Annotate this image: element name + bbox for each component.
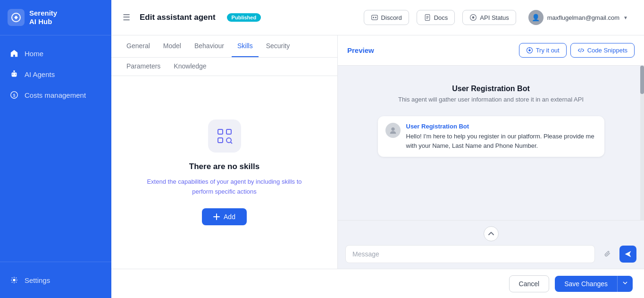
right-panel: Preview Try it out Code Snippets User Re…: [338, 35, 644, 269]
settings-icon: [9, 275, 19, 285]
attach-icon: [603, 250, 611, 258]
svg-point-2: [13, 70, 15, 72]
try-it-out-button[interactable]: Try it out: [519, 43, 567, 58]
svg-point-16: [472, 17, 475, 19]
sidebar-bottom: Settings: [0, 262, 111, 298]
tabs-row2: Parameters Knowledge: [111, 58, 337, 76]
sidebar-item-ai-agents-label: AI Agents: [25, 70, 55, 78]
add-label: Add: [224, 213, 235, 221]
attach-button[interactable]: [599, 246, 616, 263]
hamburger-icon[interactable]: ☰: [123, 12, 130, 23]
message-content: User Registration Bot Hello! I'm here to…: [406, 123, 597, 150]
scrollbar-thumb[interactable]: [640, 66, 644, 94]
chat-area: User Registration Bot This agent will ga…: [338, 66, 644, 220]
tab-behaviour[interactable]: Behaviour: [189, 35, 230, 57]
home-icon: [9, 49, 19, 58]
svg-line-21: [230, 142, 232, 144]
sidebar-item-settings-label: Settings: [25, 276, 50, 284]
sidebar-item-home[interactable]: Home: [0, 43, 111, 64]
logo-icon: [8, 9, 25, 26]
svg-point-26: [391, 128, 394, 131]
svg-rect-17: [218, 129, 223, 134]
add-icon: [213, 213, 220, 220]
sidebar-item-settings[interactable]: Settings: [0, 270, 111, 290]
discord-icon: [371, 14, 378, 21]
message-text: Hello! I'm here to help you register in …: [406, 132, 597, 150]
costs-icon: $: [9, 90, 19, 100]
sidebar-nav: Home AI Agents $ Costs management: [0, 35, 111, 262]
cancel-button[interactable]: Cancel: [509, 275, 550, 292]
code-snippets-button[interactable]: Code Snippets: [570, 43, 635, 58]
save-dropdown-button[interactable]: [617, 276, 633, 292]
skills-empty-desc: Extend the capabilities of your agent by…: [144, 177, 305, 197]
bot-avatar: [385, 123, 401, 138]
code-snippets-label: Code Snippets: [587, 47, 627, 54]
save-changes-button[interactable]: Save Changes: [555, 276, 617, 292]
skills-empty-state: There are no skills Extend the capabilit…: [144, 119, 305, 225]
docs-label: Docs: [434, 14, 448, 21]
scan-icon: [216, 128, 233, 145]
svg-rect-18: [226, 129, 231, 134]
main: ☰ Edit assistant agent Published Discord…: [111, 0, 644, 298]
message-input[interactable]: [345, 245, 595, 263]
skills-empty-title: There are no skills: [144, 162, 305, 171]
collapse-button[interactable]: [484, 226, 499, 241]
try-it-out-label: Try it out: [536, 47, 560, 54]
discord-label: Discord: [381, 14, 402, 21]
tab-security[interactable]: Security: [260, 35, 296, 57]
preview-header: Preview Try it out Code Snippets: [338, 35, 644, 66]
api-status-icon: [469, 14, 477, 21]
add-skill-button[interactable]: Add: [202, 208, 247, 225]
svg-point-5: [15, 74, 16, 75]
tab-knowledge[interactable]: Knowledge: [168, 58, 212, 76]
api-status-button[interactable]: API Status: [462, 10, 516, 25]
scrollbar-track: [640, 66, 644, 220]
user-email: maxflugelman@gmail.com: [547, 14, 619, 21]
tab-skills[interactable]: Skills: [232, 35, 259, 57]
svg-point-9: [373, 17, 374, 18]
sidebar: Serenity AI Hub Home AI Agents $ Costs m…: [0, 0, 111, 298]
api-status-label: API Status: [480, 14, 509, 21]
logo-text: Serenity AI Hub: [29, 9, 57, 26]
sidebar-item-home-label: Home: [25, 50, 43, 58]
preview-buttons: Try it out Code Snippets: [519, 43, 635, 58]
docs-icon: [424, 14, 431, 21]
bot-name-heading: User Registration Bot: [452, 85, 529, 93]
left-panel: General Model Behaviour Skills Security …: [111, 35, 338, 269]
message-sender: User Registration Bot: [406, 123, 597, 130]
input-area: [338, 220, 644, 269]
save-dropdown-icon: [622, 280, 628, 286]
page-title: Edit assistant agent: [140, 13, 216, 22]
content: General Model Behaviour Skills Security …: [111, 35, 644, 269]
docs-button[interactable]: Docs: [417, 10, 455, 25]
svg-rect-19: [218, 138, 223, 143]
sidebar-item-costs[interactable]: $ Costs management: [0, 85, 111, 105]
tab-parameters[interactable]: Parameters: [121, 58, 166, 76]
tab-model[interactable]: Model: [158, 35, 187, 57]
user-avatar: 👤: [528, 10, 544, 25]
send-button[interactable]: [619, 246, 636, 263]
save-group: Save Changes: [555, 276, 633, 292]
skills-empty-icon: [208, 119, 241, 153]
message-row: [345, 245, 636, 263]
svg-rect-8: [371, 15, 377, 20]
discord-button[interactable]: Discord: [364, 10, 409, 25]
svg-line-25: [580, 48, 581, 52]
code-snippets-icon: [577, 47, 585, 54]
chevron-up-icon: [488, 230, 494, 237]
svg-text:$: $: [13, 93, 15, 98]
svg-rect-1: [12, 72, 17, 77]
send-icon: [624, 250, 632, 258]
skills-panel: There are no skills Extend the capabilit…: [111, 76, 337, 269]
topbar: ☰ Edit assistant agent Published Discord…: [111, 0, 644, 35]
sidebar-item-costs-label: Costs management: [25, 91, 86, 99]
svg-point-10: [375, 17, 376, 18]
published-badge: Published: [227, 13, 261, 22]
tab-general[interactable]: General: [121, 35, 156, 57]
ai-agents-icon: [9, 69, 19, 79]
bot-description: This agent will gather user information …: [398, 96, 584, 103]
footer: Cancel Save Changes: [111, 269, 644, 298]
user-section[interactable]: 👤 maxflugelman@gmail.com ▼: [524, 7, 633, 28]
preview-title: Preview: [347, 46, 374, 54]
sidebar-item-ai-agents[interactable]: AI Agents: [0, 64, 111, 85]
